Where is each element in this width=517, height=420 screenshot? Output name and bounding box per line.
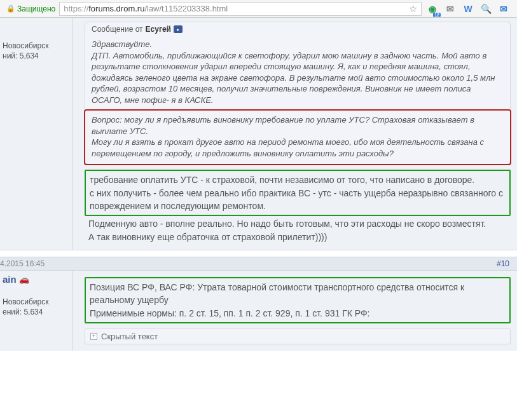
extension-icon-1[interactable]: ◉ 12 xyxy=(427,3,438,15)
answer-highlighted-2: Позиция ВС РФ, ВАС РФ: Утрата товарной с… xyxy=(85,277,511,323)
post-number-link[interactable]: #10 xyxy=(497,259,509,268)
extension-badge: 12 xyxy=(433,13,441,17)
browser-address-bar: 🔒 Защищено https://forums.drom.ru/law/t1… xyxy=(0,0,517,18)
mail-icon[interactable]: ✉ xyxy=(445,3,456,15)
quote-author: Есугей xyxy=(146,25,171,34)
post-1-sidebar: Новосибирск ний: 5,634 xyxy=(0,18,73,250)
mail-icon-2[interactable]: ✉ xyxy=(498,3,509,15)
answer-highlighted-1: требование оплатить УТС - к страховой, п… xyxy=(85,170,511,216)
user-location-2: Новосибирск xyxy=(0,297,72,307)
quote-link-icon[interactable]: ▸ xyxy=(174,25,183,33)
post-2-sidebar: ain 🚗 Новосибирск ений: 5,634 xyxy=(0,271,73,351)
username-text: ain xyxy=(3,274,17,285)
expand-icon: + xyxy=(90,333,97,340)
post-1: Новосибирск ний: 5,634 Сообщение от Есуг… xyxy=(0,18,517,250)
quote-header: Сообщение от Есугей ▸ xyxy=(85,22,510,36)
search-extension-icon[interactable]: 🔍 xyxy=(480,3,492,15)
url-protocol: https:// xyxy=(64,4,88,13)
post-2-username[interactable]: ain 🚗 xyxy=(0,273,72,285)
lock-icon: 🔒 xyxy=(6,4,15,13)
secure-badge: 🔒 Защищено xyxy=(3,4,59,13)
extension-icons: ◉ 12 ✉ W 🔍 ✉ xyxy=(422,3,514,15)
spoiler-label: Скрытый текст xyxy=(101,332,158,341)
secure-label: Защищено xyxy=(17,4,55,13)
post-2: ain 🚗 Новосибирск ений: 5,634 Позиция ВС… xyxy=(0,271,517,351)
post-2-content: Позиция ВС РФ, ВАС РФ: Утрата товарной с… xyxy=(73,271,517,351)
post-2-header: 4.2015 16:45 #10 xyxy=(0,257,517,271)
w-extension-icon[interactable]: W xyxy=(462,3,474,15)
post-timestamp: 4.2015 16:45 xyxy=(0,259,45,268)
url-path: /law/t1152203338.html xyxy=(144,4,228,13)
quote-highlighted-question: Вопрос: могу ли я предъявить виновнику т… xyxy=(84,109,511,165)
url-domain: forums.drom.ru xyxy=(88,4,144,13)
answer-plain-1: Подменную авто - вполне реально. Но надо… xyxy=(85,217,511,243)
user-location: Новосибирск xyxy=(0,41,72,51)
car-icon: 🚗 xyxy=(19,274,29,284)
post-separator xyxy=(0,250,517,257)
user-post-count: ний: 5,634 xyxy=(0,51,72,61)
url-input[interactable]: https://forums.drom.ru/law/t1152203338.h… xyxy=(59,2,422,16)
spoiler-toggle[interactable]: + Скрытый текст xyxy=(85,329,511,344)
user-post-count-2: ений: 5,634 xyxy=(0,307,72,317)
quote-box: Сообщение от Есугей ▸ Здравствуйте. ДТП.… xyxy=(85,22,511,165)
quote-label: Сообщение от xyxy=(92,25,143,34)
quote-body-top: Здравствуйте. ДТП. Автомобиль, приближаю… xyxy=(85,36,510,111)
bookmark-star-icon[interactable]: ☆ xyxy=(409,3,417,15)
post-1-content: Сообщение от Есугей ▸ Здравствуйте. ДТП.… xyxy=(73,18,517,250)
